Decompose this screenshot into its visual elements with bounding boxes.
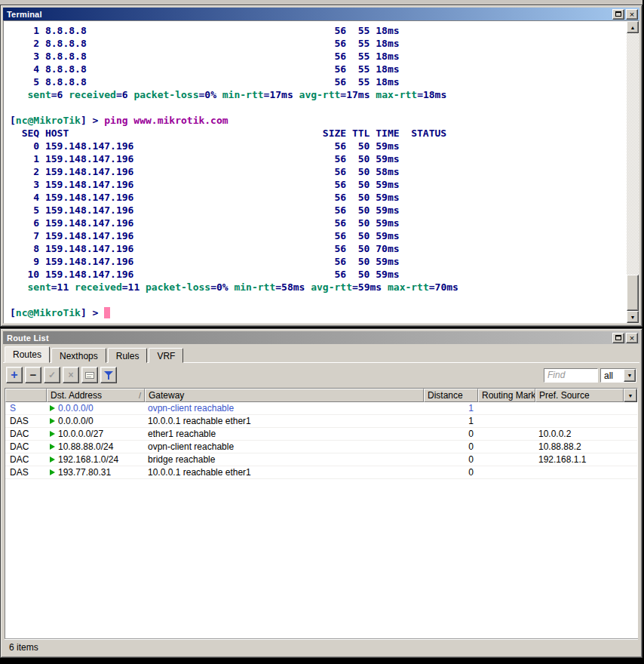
filter-scope-value: all xyxy=(601,369,624,382)
terminal-close-button[interactable]: × xyxy=(626,9,638,20)
route-dst-address: 193.77.80.31 xyxy=(47,466,145,479)
route-flag-icon xyxy=(50,444,55,450)
route-row[interactable]: DAS0.0.0.0/010.0.0.1 reachable ether11 xyxy=(5,415,637,428)
route-dst-address: 192.168.1.0/24 xyxy=(47,453,145,466)
col-header-routing-mark[interactable]: Routing Mark xyxy=(478,389,535,402)
tab-rules[interactable]: Rules xyxy=(108,348,148,363)
terminal-text xyxy=(10,89,27,100)
items-count: 6 items xyxy=(9,642,38,653)
terminal-maximize-button[interactable] xyxy=(612,9,624,20)
route-maximize-button[interactable] xyxy=(612,333,624,343)
tab-routes[interactable]: Routes xyxy=(5,346,50,363)
terminal-text: sent xyxy=(27,281,51,293)
ping-row: 4 8.8.8.8 56 55 18ms xyxy=(10,63,627,75)
scroll-up-button[interactable]: ▲ xyxy=(627,21,639,33)
route-flags: DAC xyxy=(5,453,47,466)
route-routing-mark xyxy=(478,453,535,466)
route-gateway: ovpn-client reachable xyxy=(145,402,424,415)
maximize-icon xyxy=(615,11,621,17)
terminal-text: 1 8.8.8.8 56 55 18ms xyxy=(10,25,400,36)
route-row[interactable]: DAC10.0.0.0/27ether1 reachable010.0.0.2 xyxy=(5,428,637,441)
add-icon: + xyxy=(11,370,17,380)
terminal-text: received xyxy=(69,89,116,100)
route-flag-icon xyxy=(50,456,55,463)
terminal-cursor xyxy=(104,307,110,318)
disable-button[interactable]: × xyxy=(63,367,79,383)
col-header-distance[interactable]: Distance xyxy=(424,389,478,402)
filter-scope-select[interactable]: all ▼ xyxy=(600,368,636,383)
route-gateway: ovpn-client reachable xyxy=(145,441,424,453)
tab-nexthops[interactable]: Nexthops xyxy=(51,348,106,363)
comment-button[interactable] xyxy=(81,367,98,383)
route-gateway: 10.0.0.1 reachable ether1 xyxy=(145,415,424,428)
terminal-text: received xyxy=(75,281,122,293)
filter-button[interactable] xyxy=(100,367,117,383)
route-row[interactable]: DAC10.88.88.0/24ovpn-client reachable010… xyxy=(5,441,637,453)
terminal-text: max-rtt xyxy=(388,281,429,293)
terminal-text: SEQ HOST SIZE TTL TIME STATUS xyxy=(10,128,446,139)
route-row[interactable]: S0.0.0.0/0ovpn-client reachable1 xyxy=(5,402,637,415)
terminal-text: min-rtt xyxy=(234,281,275,293)
close-icon: × xyxy=(630,11,634,18)
col-header-flags[interactable] xyxy=(5,389,47,402)
terminal-text: [ xyxy=(10,307,16,318)
route-close-button[interactable]: × xyxy=(626,333,638,343)
scroll-down-button[interactable]: ▼ xyxy=(627,311,639,323)
ping-row: 5 159.148.147.196 56 50 59ms xyxy=(10,204,627,217)
route-pref-source: 10.0.0.2 xyxy=(535,428,637,441)
terminal-text xyxy=(10,294,16,306)
terminal-text: =11 xyxy=(122,281,146,293)
tab-vrf[interactable]: VRF xyxy=(149,348,183,363)
terminal-text: =0% xyxy=(198,89,222,100)
terminal-text: [ xyxy=(10,115,16,126)
terminal-text: nc@MikroTik xyxy=(16,307,81,318)
terminal-prompt: [nc@MikroTik] > xyxy=(10,306,627,319)
terminal-text: =11 xyxy=(51,281,75,293)
ping-row: 4 159.148.147.196 56 50 59ms xyxy=(10,191,627,204)
terminal-text: ] > xyxy=(81,307,104,318)
terminal-titlebar[interactable]: Terminal × xyxy=(3,8,639,20)
routes-tab-panel: + − ✓ × all ▼ Dst. Address/GatewayDistan… xyxy=(3,362,639,655)
terminal-text: packet-loss xyxy=(133,89,198,100)
enable-button[interactable]: ✓ xyxy=(44,367,60,383)
remove-button[interactable]: − xyxy=(25,367,41,383)
chevron-down-icon: ▼ xyxy=(627,373,633,378)
column-select-button[interactable]: ▼ xyxy=(624,389,637,402)
add-button[interactable]: + xyxy=(6,367,23,383)
remove-icon: − xyxy=(30,370,37,380)
route-routing-mark xyxy=(478,428,535,441)
combo-dropdown-button[interactable]: ▼ xyxy=(624,369,636,382)
terminal-text: 8 159.148.147.196 56 50 70ms xyxy=(10,243,400,254)
ping-row: 2 159.148.147.196 56 50 58ms xyxy=(10,165,627,178)
terminal-text: 7 159.148.147.196 56 50 59ms xyxy=(10,230,400,241)
ping-row: 5 8.8.8.8 56 55 18ms xyxy=(10,75,627,88)
col-header-pref-source[interactable]: Pref. Source xyxy=(535,389,624,402)
col-header-gateway[interactable]: Gateway xyxy=(145,389,424,402)
terminal-text: ping www.mikrotik.com xyxy=(104,115,228,126)
terminal-text: min-rtt xyxy=(222,89,264,100)
terminal-window: Terminal × 1 8.8.8.8 56 55 18ms 2 8.8.8.… xyxy=(0,5,642,327)
terminal-scrollbar[interactable]: ▲ ▼ xyxy=(627,21,639,323)
scrollbar-thumb[interactable] xyxy=(627,275,639,311)
terminal-text: 6 159.148.147.196 56 50 59ms xyxy=(10,217,400,229)
terminal-text: =6 xyxy=(51,89,69,100)
route-row[interactable]: DAC192.168.1.0/24bridge reachable0192.16… xyxy=(5,453,637,466)
route-pref-source: 192.168.1.1 xyxy=(535,453,637,466)
filter-icon xyxy=(104,371,114,380)
terminal-text: =70ms xyxy=(429,281,458,293)
terminal-text: =59ms xyxy=(352,281,388,293)
route-flags: DAS xyxy=(5,415,47,428)
route-pref-source xyxy=(535,402,637,415)
col-header-dst-address[interactable]: Dst. Address/ xyxy=(47,389,145,402)
route-routing-mark xyxy=(478,415,535,428)
route-pref-source xyxy=(535,466,637,479)
ping-row: 6 159.148.147.196 56 50 59ms xyxy=(10,217,627,229)
route-list-titlebar[interactable]: Route List × xyxy=(3,331,639,344)
chevron-down-icon: ▼ xyxy=(628,393,633,398)
terminal-output: 1 8.8.8.8 56 55 18ms 2 8.8.8.8 56 55 18m… xyxy=(4,21,627,323)
find-input[interactable] xyxy=(544,368,598,383)
route-routing-mark xyxy=(478,441,535,453)
route-gateway: ether1 reachable xyxy=(145,428,424,441)
terminal-text: sent xyxy=(27,89,51,100)
route-row[interactable]: DAS193.77.80.3110.0.0.1 reachable ether1… xyxy=(5,466,637,479)
